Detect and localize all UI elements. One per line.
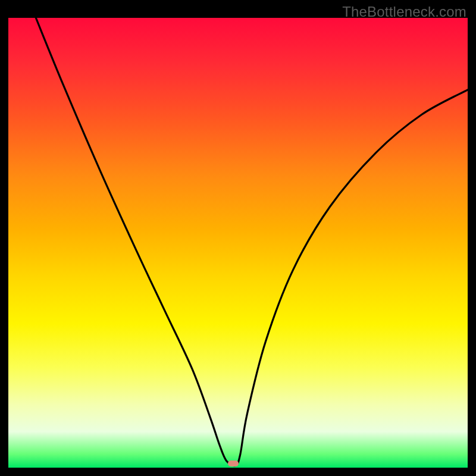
curve-layer bbox=[8, 18, 468, 468]
watermark-text: TheBottleneck.com bbox=[342, 4, 466, 20]
bottleneck-curve bbox=[36, 18, 468, 466]
plot-frame bbox=[8, 18, 468, 468]
optimal-point-marker bbox=[228, 461, 239, 466]
